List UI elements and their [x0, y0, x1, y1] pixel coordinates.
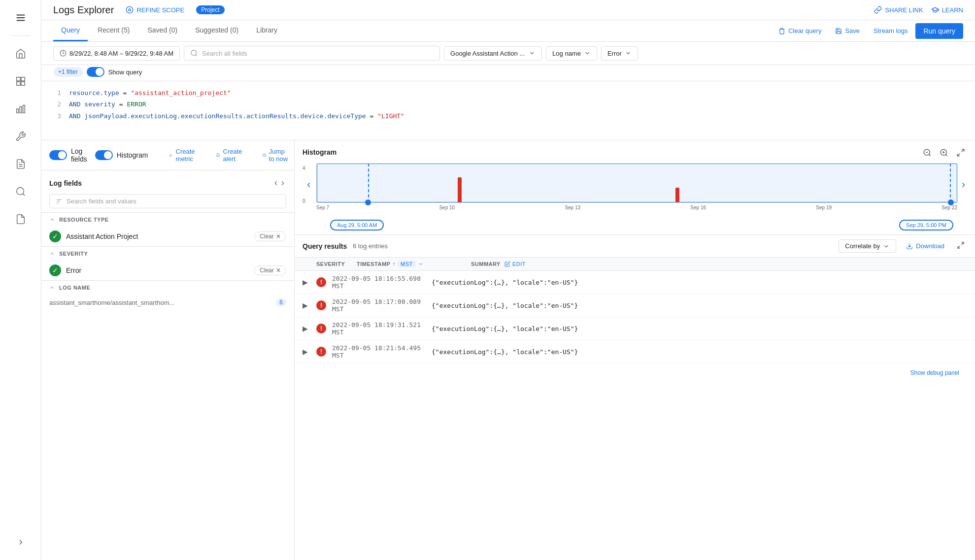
- show-query-switch[interactable]: [87, 67, 104, 77]
- log-fields-title: Log fields: [49, 179, 82, 187]
- table-row[interactable]: ▶ ! 2022-09-05 18:19:31.521 MST {"execut…: [295, 317, 975, 340]
- share-link-label: SHARE LINK: [885, 6, 923, 14]
- tab-recent[interactable]: Recent (5): [90, 20, 137, 41]
- resource-type-dropdown[interactable]: Google Assistant Action ...: [444, 46, 542, 61]
- row-expand-icon[interactable]: ▶: [303, 278, 310, 286]
- query-tabs: Query Recent (5) Saved (0) Suggested (0)…: [41, 20, 975, 42]
- top-bar: Logs Explorer REFINE SCOPE Project SHARE…: [41, 0, 975, 20]
- mst-badge[interactable]: MST: [398, 261, 416, 267]
- histogram-toggle[interactable]: Histogram: [95, 150, 148, 160]
- log-name-dropdown[interactable]: Log name: [546, 46, 597, 61]
- expand-results-button[interactable]: [954, 239, 967, 253]
- search-fields-input[interactable]: Search fields and values: [49, 194, 286, 208]
- histogram-range-end[interactable]: Sep 29, 5:00 PM: [899, 220, 953, 231]
- download-button[interactable]: Download: [902, 240, 948, 252]
- svg-line-31: [957, 154, 960, 156]
- log-fields-toggle[interactable]: Log fields: [49, 147, 87, 163]
- menu-icon[interactable]: [9, 6, 33, 30]
- summary-cell: {"executionLog":{…}, "locale":"en-US"}: [432, 302, 967, 309]
- histogram-selection[interactable]: [317, 164, 957, 202]
- query-editor[interactable]: 1 resource.type = "assistant_action_proj…: [41, 81, 975, 140]
- row-expand-icon[interactable]: ▶: [303, 301, 310, 309]
- create-metric-button[interactable]: Create metric: [164, 145, 202, 165]
- severity-section: SEVERITY ✓ Error Clear ✕: [41, 246, 294, 280]
- dashboard-icon[interactable]: [9, 69, 33, 93]
- project-badge[interactable]: Project: [196, 5, 224, 14]
- save-button[interactable]: Save: [829, 23, 866, 38]
- stream-logs-button[interactable]: Stream logs: [868, 23, 913, 38]
- tab-library[interactable]: Library: [248, 20, 285, 41]
- clear-query-button[interactable]: Clear query: [773, 23, 827, 38]
- svg-line-33: [961, 242, 964, 245]
- histogram-next-button[interactable]: ›: [962, 178, 965, 191]
- error-check-icon: ✓: [49, 264, 61, 276]
- search-logs-icon[interactable]: [9, 180, 33, 203]
- timestamp-column-header[interactable]: TIMESTAMP ↑ MST: [357, 261, 465, 267]
- table-row[interactable]: ▶ ! 2022-09-05 18:21:54.495 MST {"execut…: [295, 340, 975, 363]
- run-query-button[interactable]: Run query: [915, 23, 963, 39]
- share-link-button[interactable]: SHARE LINK: [874, 6, 923, 14]
- check-icon: ✓: [49, 231, 61, 242]
- histogram-left-line: [368, 164, 369, 202]
- expand-histogram-icon[interactable]: [954, 146, 967, 162]
- severity-dropdown[interactable]: Error: [601, 46, 638, 61]
- tab-query[interactable]: Query: [53, 20, 88, 41]
- time-range-value: 8/29/22, 8:48 AM – 9/29/22, 9:48 AM: [69, 50, 173, 57]
- log-fields-switch[interactable]: [49, 150, 67, 160]
- time-range-button[interactable]: 8/29/22, 8:48 AM – 9/29/22, 9:48 AM: [53, 46, 180, 61]
- histogram-switch[interactable]: [95, 150, 113, 160]
- notes-icon[interactable]: [9, 207, 33, 231]
- svg-rect-3: [16, 77, 20, 81]
- clear-severity-button[interactable]: Clear ✕: [254, 265, 286, 275]
- correlate-by-button[interactable]: Correlate by: [839, 239, 896, 253]
- histogram-prev-button[interactable]: ‹: [307, 178, 310, 191]
- table-row[interactable]: ▶ ! 2022-09-05 18:16:55.698 MST {"execut…: [295, 271, 975, 294]
- download-label: Download: [916, 242, 944, 250]
- search-all-fields-input[interactable]: Search all fields: [184, 46, 440, 61]
- clear-resource-button[interactable]: Clear ✕: [254, 231, 286, 241]
- debug-panel-link[interactable]: Show debug panel: [903, 367, 967, 378]
- create-alert-button[interactable]: Create alert: [211, 145, 250, 165]
- histogram-left-handle[interactable]: [365, 199, 371, 205]
- show-query-toggle[interactable]: Show query: [87, 67, 142, 77]
- table-row[interactable]: ▶ ! 2022-09-05 18:17:00.089 MST {"execut…: [295, 294, 975, 317]
- assistant-action-project-item[interactable]: ✓ Assistant Action Project Clear ✕: [41, 227, 294, 246]
- filter-badge[interactable]: +1 filter: [53, 67, 83, 77]
- resource-type-header[interactable]: RESOURCE TYPE: [41, 213, 294, 227]
- severity-column-header: SEVERITY: [316, 261, 351, 267]
- tab-saved[interactable]: Saved (0): [139, 20, 185, 41]
- refine-scope-label: REFINE SCOPE: [136, 6, 184, 14]
- table-header: SEVERITY TIMESTAMP ↑ MST SUMMARY: [295, 258, 975, 271]
- log-name-value: assistant_smarthome/assistant_smarthom..…: [49, 299, 174, 306]
- bar-chart-icon[interactable]: [9, 97, 33, 121]
- jump-to-now-button[interactable]: Jump to now: [258, 145, 293, 165]
- tab-suggested[interactable]: Suggested (0): [187, 20, 246, 41]
- log-name-item[interactable]: assistant_smarthome/assistant_smarthom..…: [41, 295, 294, 310]
- error-severity-item[interactable]: ✓ Error Clear ✕: [41, 261, 294, 280]
- home-icon[interactable]: [9, 42, 33, 66]
- learn-button[interactable]: LEARN: [931, 6, 963, 14]
- timestamp-cell: 2022-09-05 18:21:54.495 MST: [332, 344, 426, 359]
- show-query-label: Show query: [108, 68, 142, 76]
- severity-header[interactable]: SEVERITY: [41, 247, 294, 261]
- histogram-range-start[interactable]: Aug 29, 5:00 AM: [330, 220, 384, 231]
- zoom-in-icon[interactable]: [938, 146, 950, 162]
- resource-label: Google Assistant Action ...: [450, 50, 525, 57]
- logs-icon[interactable]: [9, 152, 33, 176]
- zoom-out-icon[interactable]: [921, 146, 934, 162]
- svg-rect-2: [16, 20, 25, 21]
- svg-line-34: [958, 246, 960, 248]
- log-count-badge: 6: [276, 298, 286, 306]
- histogram-right-handle[interactable]: [948, 199, 954, 205]
- correlate-label: Correlate by: [845, 242, 880, 250]
- wrench-icon[interactable]: [9, 125, 33, 148]
- log-name-header[interactable]: LOG NAME: [41, 281, 294, 295]
- row-expand-icon[interactable]: ▶: [303, 348, 310, 356]
- edit-summary-button[interactable]: EDIT: [504, 261, 526, 267]
- collapse-nav-icon[interactable]: [9, 530, 33, 554]
- row-expand-icon[interactable]: ▶: [303, 325, 310, 332]
- svg-line-13: [23, 194, 25, 196]
- panel-expand-icon[interactable]: [272, 176, 286, 190]
- refine-scope-button[interactable]: REFINE SCOPE: [122, 4, 188, 16]
- histogram-right-line: [950, 164, 951, 202]
